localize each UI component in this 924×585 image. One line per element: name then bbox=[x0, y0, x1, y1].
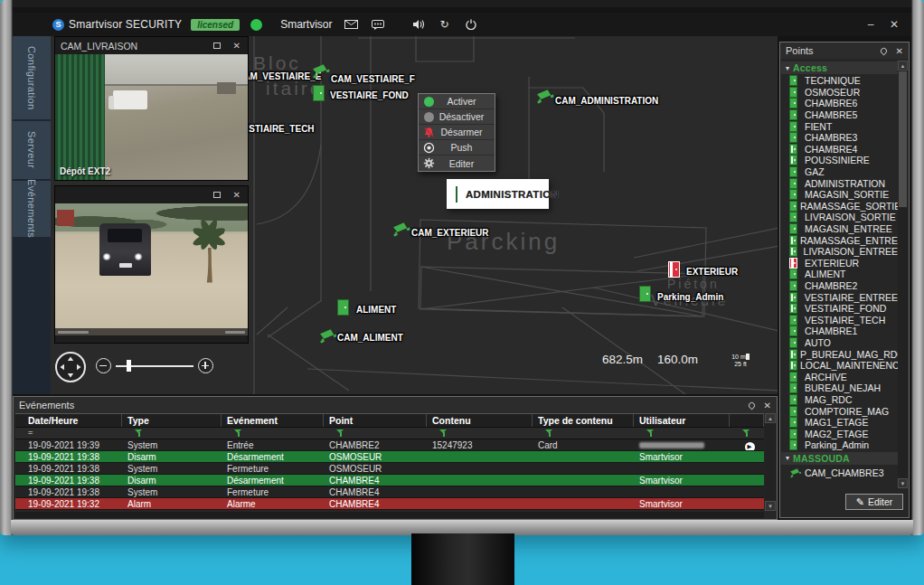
map-point-cam-vestiaire-f[interactable] bbox=[311, 63, 331, 79]
sidebar-tab-configuration[interactable]: Configuration bbox=[13, 36, 51, 119]
column-header-type[interactable]: Type bbox=[122, 414, 222, 427]
menu-item-push[interactable]: Push bbox=[419, 140, 495, 156]
point-tooltip[interactable]: ADMINISTRATION bbox=[447, 179, 549, 209]
pin-icon[interactable] bbox=[747, 401, 756, 410]
list-item-chambre5[interactable]: CHAMBRE5 bbox=[781, 109, 898, 121]
edit-button[interactable]: ✎ Editer bbox=[845, 494, 903, 510]
power-icon[interactable] bbox=[464, 18, 478, 31]
list-item-comptoire-mag[interactable]: COMPTOIRE_MAG bbox=[781, 405, 898, 417]
sidebar-tab-ev-nements[interactable]: Evénements bbox=[13, 181, 51, 237]
zoom-in-button[interactable] bbox=[198, 358, 213, 373]
minimize-button[interactable]: – bbox=[859, 18, 882, 31]
close-icon[interactable]: ✕ bbox=[896, 46, 903, 56]
camera-window-2[interactable]: ✕ bbox=[54, 185, 249, 344]
points-group-access[interactable]: ▾Access bbox=[781, 61, 898, 74]
scrollbar-thumb[interactable] bbox=[899, 71, 907, 207]
list-item-fient[interactable]: FIENT bbox=[781, 120, 898, 132]
close-icon[interactable]: ✕ bbox=[764, 401, 771, 410]
scroll-up-icon[interactable]: ▲ bbox=[765, 413, 776, 423]
list-item-aliment[interactable]: ALIMENT bbox=[781, 269, 898, 280]
zoom-slider-handle[interactable] bbox=[127, 360, 131, 372]
list-item-chambre3[interactable]: CHAMBRE3 bbox=[781, 132, 898, 144]
filter-cell[interactable]: = bbox=[15, 428, 122, 439]
column-header-point[interactable]: Point bbox=[324, 414, 427, 427]
column-header-utilisateur[interactable]: Utilisateur bbox=[634, 414, 730, 427]
map-point-cam-aliment[interactable] bbox=[318, 328, 338, 344]
maximize-icon[interactable] bbox=[213, 192, 221, 198]
zoom-slider[interactable] bbox=[116, 365, 193, 367]
list-item-parking-admin[interactable]: Parking_Admin bbox=[781, 439, 898, 451]
filter-cell[interactable] bbox=[730, 428, 764, 439]
map-point-cam-administration[interactable] bbox=[535, 89, 555, 104]
list-item-bureau-nejah[interactable]: BUREAU_NEJAH bbox=[781, 382, 898, 394]
list-item-gaz[interactable]: GAZ bbox=[781, 166, 898, 178]
pan-control[interactable] bbox=[54, 351, 87, 383]
list-item-technique[interactable]: TECHNIQUE bbox=[781, 75, 898, 87]
zoom-out-button[interactable] bbox=[96, 358, 111, 373]
camera-window-livraison[interactable]: CAM_LIVRAISON ✕ bbox=[54, 36, 249, 181]
list-item-mag-rdc[interactable]: MAG_RDC bbox=[781, 394, 898, 406]
table-row[interactable]: 19-09-2021 19:39SystemEntréeCHAMBRE21524… bbox=[15, 439, 764, 451]
list-item-archive[interactable]: ARCHIVE bbox=[781, 371, 898, 382]
floorplan-map[interactable]: ActiverDésactiverDésarmerPushEditer ADMI… bbox=[51, 36, 778, 394]
chat-icon[interactable] bbox=[371, 18, 385, 31]
list-item-mag1-etage[interactable]: MAG1_ETAGE bbox=[781, 417, 898, 429]
mail-icon[interactable] bbox=[344, 18, 359, 31]
list-item-auto[interactable]: AUTO bbox=[781, 337, 898, 349]
pin-icon[interactable] bbox=[879, 46, 888, 55]
table-row[interactable]: 19-09-2021 19:38SystemFermetureCHAMBRE4 bbox=[15, 486, 764, 498]
events-vertical-scrollbar[interactable]: ▲ ▼ bbox=[765, 413, 776, 511]
list-item-chambre2[interactable]: CHAMBRE2 bbox=[781, 280, 898, 292]
column-header-ev-nement[interactable]: Evénement bbox=[222, 414, 324, 427]
filter-cell[interactable] bbox=[222, 428, 324, 439]
map-point-aliment[interactable] bbox=[337, 299, 349, 316]
scroll-up-icon[interactable]: ▲ bbox=[898, 61, 908, 71]
list-item-poussiniere[interactable]: POUSSINIERE bbox=[781, 155, 898, 166]
map-point-parking-admin[interactable] bbox=[639, 286, 651, 302]
list-item-mag2-etage[interactable]: MAG2_ETAGE bbox=[781, 428, 898, 439]
list-item-administration[interactable]: ADMINISTRATION bbox=[781, 177, 898, 189]
volume-icon[interactable] bbox=[411, 18, 426, 31]
list-item-chambre4[interactable]: CHAMBRE4 bbox=[781, 144, 898, 156]
list-item-exterieur[interactable]: EXTERIEUR bbox=[781, 258, 898, 269]
menu-item-d-sactiver[interactable]: Désactiver bbox=[419, 109, 495, 125]
table-row[interactable]: 19-09-2021 19:38DisarmDésarmementOSMOSEU… bbox=[15, 451, 764, 463]
list-item-vestiaire-entree[interactable]: VESTIAIRE_ENTREE bbox=[781, 291, 898, 303]
filter-cell[interactable] bbox=[427, 428, 533, 439]
list-item-livraison-sortie[interactable]: LIVRAISON_SORTIE bbox=[781, 212, 898, 223]
column-header-date-heure[interactable]: Date/Heure bbox=[15, 414, 122, 427]
column-header-type-de-contenu[interactable]: Type de contenu bbox=[533, 414, 634, 427]
play-button[interactable]: ▶ bbox=[745, 442, 755, 451]
menu-item-editer[interactable]: Editer bbox=[419, 156, 495, 171]
table-row[interactable]: 19-09-2021 19:38DisarmDésarmementCHAMBRE… bbox=[15, 475, 764, 486]
scroll-down-icon[interactable]: ▼ bbox=[765, 501, 776, 511]
list-item-osmoseur[interactable]: OSMOSEUR bbox=[781, 87, 898, 99]
menu-item-activer[interactable]: Activer bbox=[419, 94, 495, 109]
filter-cell[interactable] bbox=[324, 428, 427, 439]
scroll-down-icon[interactable]: ▼ bbox=[898, 478, 908, 488]
list-item-ramassage-sortie[interactable]: RAMASSAGE_SORTIE bbox=[781, 201, 898, 212]
refresh-icon[interactable]: ↻ bbox=[438, 18, 452, 31]
close-button[interactable]: ✕ bbox=[882, 18, 906, 31]
list-item-chambre6[interactable]: CHAMBRE6 bbox=[781, 98, 898, 109]
column-header-actions[interactable] bbox=[730, 414, 764, 427]
table-row[interactable]: 19-09-2021 19:32AlarmAlarmeCHAMBRE4Smart… bbox=[15, 498, 764, 510]
list-item-magasin-sortie[interactable]: MAGASIN_SORTIE bbox=[781, 189, 898, 201]
events-horizontal-scrollbar[interactable] bbox=[15, 512, 764, 518]
sidebar-tab-serveur[interactable]: Serveur bbox=[13, 121, 51, 179]
map-point-vestiaire-fond[interactable] bbox=[313, 85, 325, 101]
table-row[interactable]: 19-09-2021 19:38SystemFermetureOSMOSEUR bbox=[15, 463, 764, 475]
list-item-p-bureau-mag-rdc[interactable]: P_BUREAU_MAG_RDC bbox=[781, 348, 898, 360]
list-item-chambre1[interactable]: CHAMBRE1 bbox=[781, 326, 898, 337]
points-group-massouda[interactable]: ▾MASSOUDA bbox=[781, 452, 898, 465]
list-item-ramassage-entree[interactable]: RAMASSAGE_ENTREE bbox=[781, 234, 898, 246]
menu-item-d-sarmer[interactable]: Désarmer bbox=[419, 125, 495, 140]
filter-cell[interactable] bbox=[533, 428, 634, 439]
filter-cell[interactable] bbox=[122, 428, 222, 439]
list-item-livraison-entree[interactable]: LIVRAISON_ENTREE bbox=[781, 246, 898, 258]
list-item-cam-chambre3[interactable]: CAM_CHAMBRE3 bbox=[781, 466, 898, 480]
maximize-icon[interactable] bbox=[213, 42, 221, 49]
filter-cell[interactable] bbox=[634, 428, 730, 439]
map-point-exterieur[interactable] bbox=[668, 261, 680, 278]
points-scrollbar[interactable]: ▲ ▼ bbox=[898, 61, 908, 488]
